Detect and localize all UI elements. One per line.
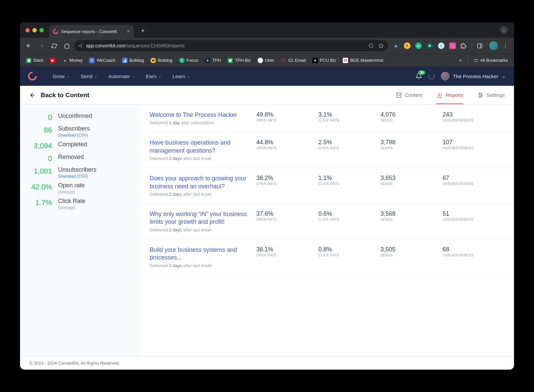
bookmark[interactable]: ▶: [47, 56, 58, 64]
email-row[interactable]: Build your business systems and processe…: [140, 239, 514, 275]
home-button[interactable]: [61, 40, 72, 51]
bookmark[interactable]: ●TPH: [202, 56, 224, 64]
new-tab-button[interactable]: +: [141, 27, 145, 34]
email-title[interactable]: Have business operations and management …: [150, 139, 250, 155]
ext-icon[interactable]: m: [415, 42, 422, 49]
profile-avatar[interactable]: [489, 41, 498, 50]
email-row[interactable]: Welcome to The Process HackerDelivered 1…: [140, 105, 514, 132]
bookmark[interactable]: ■PCU Biz: [310, 56, 339, 64]
metric-label: CLICK RATE: [318, 146, 380, 150]
sliders-icon: [477, 92, 484, 99]
email-meta: Delivered 2 days after last email.: [150, 192, 250, 197]
stat-value: 42.0%: [28, 182, 58, 191]
stat-value: 0: [28, 113, 58, 122]
nav-automate[interactable]: Automate⌄: [108, 73, 135, 79]
bookmark[interactable]: ▲Money: [59, 56, 85, 64]
email-row[interactable]: Why only working “IN” your business limi…: [140, 204, 514, 239]
bookmark[interactable]: ◢Bulldog: [119, 56, 147, 64]
email-title[interactable]: Welcome to The Process Hacker: [150, 111, 250, 119]
metric-unsubscribers: 51UNSUBSCRIBERS: [443, 210, 505, 221]
zoom-icon[interactable]: [368, 43, 374, 48]
browser-tab[interactable]: Sequence reports - ConvertK ×: [49, 25, 134, 38]
metric-sends: 3,505SENDS: [380, 246, 443, 257]
app: Grow⌄ Send⌄ Automate⌄ Earn⌄ Learn⌄ 35 Th…: [20, 66, 514, 370]
bookmark[interactable]: ▦TPH Biz: [225, 56, 254, 64]
bookmark[interactable]: fFocus: [177, 56, 201, 64]
email-meta: Delivered 2 days after last email.: [150, 263, 250, 268]
content: 0Unconfirmed86SubscribersDownload (CSV)3…: [20, 105, 514, 356]
metric-click-rate: 3.1%CLICK RATE: [318, 111, 380, 122]
tabstrip-menu[interactable]: ⌄: [500, 26, 508, 34]
stat-sublabel: (average): [58, 205, 85, 210]
stat-label: Subscribers: [58, 125, 90, 132]
stat-label: Open rate: [58, 182, 85, 189]
sidepanel-icon[interactable]: [477, 43, 483, 49]
stat-value: 0: [28, 154, 58, 163]
close-window[interactable]: [25, 28, 30, 32]
back-to-content[interactable]: Back to Content: [29, 91, 89, 99]
metric-click-rate: 0.6%CLICK RATE: [318, 210, 380, 221]
reload-button[interactable]: [49, 40, 59, 51]
metric-label: UNSUBSCRIBERS: [443, 146, 505, 150]
maximize-window[interactable]: [39, 28, 44, 32]
email-row[interactable]: Have business operations and management …: [140, 132, 514, 168]
bookmark[interactable]: ≡WkCoach: [86, 56, 118, 64]
app-nav: Grow⌄ Send⌄ Automate⌄ Earn⌄ Learn⌄ 35 Th…: [20, 66, 514, 86]
extensions-icon[interactable]: [461, 43, 466, 49]
svg-point-11: [479, 96, 480, 97]
notifications-button[interactable]: 35: [416, 73, 422, 79]
nav-grow[interactable]: Grow⌄: [53, 73, 69, 79]
metric-open-rate: 44.8%OPEN RATE: [256, 139, 318, 150]
tab-reports[interactable]: Reports: [436, 92, 463, 99]
convertkit-logo[interactable]: [26, 70, 39, 82]
metric-value: 38.2%: [256, 175, 318, 182]
chevron-down-icon: ⌄: [67, 74, 69, 78]
stat-row: 1.7%Click Rate(average): [28, 198, 132, 210]
nav-send[interactable]: Send⌄: [81, 73, 97, 79]
ext-icon[interactable]: ✻: [427, 42, 433, 49]
chevron-down-icon: ⌄: [187, 74, 190, 78]
tab-content[interactable]: Content: [395, 92, 423, 99]
bookmark[interactable]: ◯CL Email: [278, 56, 308, 64]
metric-value: 44.8%: [256, 139, 318, 146]
back-button[interactable]: [23, 40, 34, 51]
download-csv-link[interactable]: Download (CSV): [58, 133, 90, 138]
bookmark[interactable]: ☻Uber: [255, 56, 277, 64]
nav-learn[interactable]: Learn⌄: [173, 73, 190, 79]
metric-value: 38.1%: [256, 246, 318, 253]
stat-value: 3,094: [28, 141, 58, 150]
bookmark[interactable]: ▦Dash: [23, 56, 46, 64]
forward-button[interactable]: [36, 40, 47, 51]
url-bar[interactable]: app.convertkit.com/sequences/1245850/rep…: [74, 40, 388, 51]
bookmark-star-icon[interactable]: [378, 43, 384, 48]
subnav: Back to Content Content Reports Settings: [20, 86, 514, 105]
tab-title: Sequence reports - ConvertK: [61, 29, 117, 34]
close-tab-icon[interactable]: ×: [126, 28, 129, 34]
download-csv-link[interactable]: Download (CSV): [58, 174, 96, 179]
metric-value: 4,076: [380, 111, 443, 118]
account-menu[interactable]: The Process Hacker ⌄: [441, 72, 506, 80]
tab-settings[interactable]: Settings: [477, 92, 505, 99]
metric-value: 0.6%: [318, 210, 380, 217]
email-title[interactable]: Build your business systems and processe…: [150, 246, 250, 262]
nav-earn[interactable]: Earn⌄: [146, 73, 161, 79]
ext-icon[interactable]: ⬚: [449, 42, 456, 49]
minimize-window[interactable]: [32, 28, 37, 32]
bookmark[interactable]: skBGE Mastermind: [340, 56, 386, 64]
ext-icon[interactable]: ◆: [392, 42, 399, 49]
titlebar: Sequence reports - ConvertK × + ⌄: [20, 22, 514, 38]
ext-icon[interactable]: ✦: [404, 42, 411, 49]
chevron-down-icon: ⌄: [94, 74, 97, 78]
metric-open-rate: 38.2%OPEN RATE: [256, 175, 318, 186]
site-info-icon[interactable]: [78, 43, 83, 48]
bookmark[interactable]: ☻Bulldog: [148, 56, 175, 64]
all-bookmarks[interactable]: 🗀All Bookmarks: [471, 56, 511, 64]
menu-icon[interactable]: ⋮: [503, 43, 508, 49]
bookmarks-overflow[interactable]: »: [457, 56, 464, 64]
email-title[interactable]: Does your approach to growing your busin…: [150, 175, 250, 190]
ext-icon[interactable]: G: [438, 42, 445, 49]
metric-label: SENDS: [380, 146, 443, 150]
email-title[interactable]: Why only working “IN” your business limi…: [150, 210, 250, 226]
email-row[interactable]: Does your approach to growing your busin…: [140, 168, 514, 204]
svg-point-1: [81, 44, 82, 45]
